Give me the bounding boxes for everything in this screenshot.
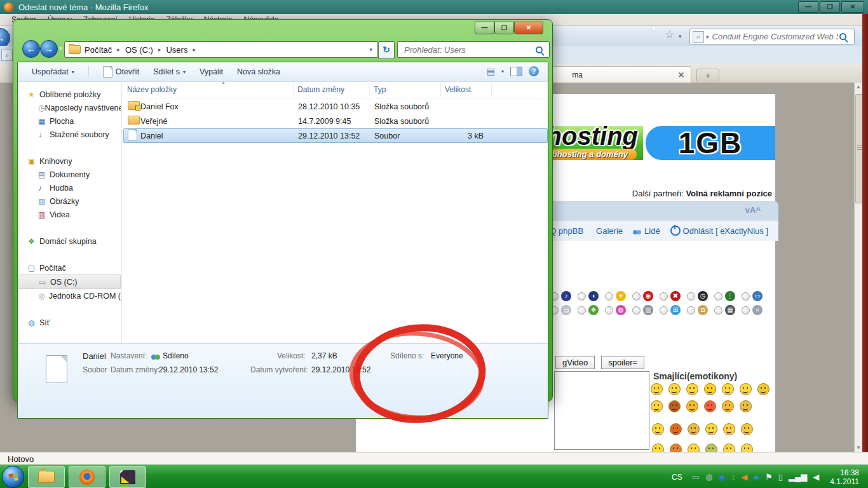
search-go-icon[interactable] bbox=[839, 33, 846, 40]
file-row[interactable]: Veřejné 14.7.2009 9:45 Složka souborů bbox=[123, 114, 548, 128]
gvideo-button[interactable]: gVideo bbox=[555, 356, 595, 369]
smiley-icon[interactable] bbox=[740, 383, 752, 395]
smiley-icon[interactable] bbox=[651, 383, 663, 395]
tray-icon[interactable]: ▭ bbox=[692, 472, 700, 482]
sidebar-item[interactable]: Počítač bbox=[18, 261, 121, 274]
sidebar-item[interactable]: Videa bbox=[18, 208, 121, 221]
file-row[interactable]: Daniel 29.12.2010 13:52 Soubor 3 kB bbox=[123, 128, 548, 143]
browser-search-box[interactable]: ⌕ ▾ bbox=[689, 29, 855, 44]
tray-icon[interactable]: ▯ bbox=[778, 472, 783, 482]
smiley-icon[interactable] bbox=[668, 400, 681, 412]
bookmark-dropdown-icon[interactable]: ▾ bbox=[679, 33, 682, 39]
search-icon[interactable] bbox=[536, 46, 543, 53]
scroll-down-icon[interactable]: ▼ bbox=[856, 445, 861, 451]
explorer-search-input[interactable] bbox=[403, 44, 536, 55]
start-button[interactable] bbox=[2, 466, 24, 488]
file-row[interactable]: Daniel Fox 28.12.2010 10:35 Složka soubo… bbox=[123, 99, 548, 114]
taskbar-media-button[interactable] bbox=[109, 466, 146, 488]
smiley-icon[interactable] bbox=[668, 383, 681, 395]
search-engine-dropdown-icon[interactable]: ▾ bbox=[706, 34, 709, 40]
address-dropdown-icon[interactable]: ▾ bbox=[369, 46, 372, 53]
explorer-forward-button[interactable]: → bbox=[40, 40, 58, 58]
sidebar-item[interactable]: Hudba bbox=[18, 181, 121, 194]
spoiler-button[interactable]: spoiler= bbox=[601, 356, 644, 369]
font-size-control[interactable]: vA^ bbox=[745, 205, 761, 215]
smiley-icon[interactable] bbox=[705, 423, 717, 435]
topic-icon-radio[interactable] bbox=[714, 292, 722, 301]
breadcrumb-item[interactable]: OS (C:) bbox=[125, 45, 166, 55]
firefox-minimize-button[interactable]: — bbox=[798, 1, 818, 13]
smiley-icon[interactable] bbox=[757, 383, 770, 395]
topic-icon-radio[interactable] bbox=[687, 306, 695, 315]
breadcrumb-item[interactable]: Users bbox=[166, 45, 200, 55]
topic-icon-radio[interactable] bbox=[660, 306, 668, 315]
smiley-icon[interactable] bbox=[741, 423, 753, 435]
sidebar-item[interactable]: Stažené soubory bbox=[18, 128, 121, 141]
sidebar-item[interactable]: Oblíbené položky bbox=[18, 88, 121, 101]
topic-icon-radio[interactable] bbox=[714, 306, 722, 315]
tray-icon[interactable]: ◈ bbox=[753, 472, 759, 482]
open-button[interactable]: Otevřít bbox=[103, 66, 140, 78]
smiley-icon[interactable] bbox=[686, 400, 698, 412]
taskbar-explorer-button[interactable] bbox=[28, 466, 65, 488]
help-icon[interactable]: ? bbox=[529, 66, 539, 76]
taskbar-firefox-button[interactable] bbox=[69, 466, 105, 488]
column-header-type[interactable]: Typ bbox=[370, 83, 441, 96]
smiley-icon[interactable] bbox=[704, 383, 716, 395]
topic-icon-radio[interactable] bbox=[605, 292, 613, 301]
scroll-up-icon[interactable]: ▲ bbox=[856, 84, 861, 90]
firefox-close-button[interactable]: ✕ bbox=[841, 1, 864, 13]
explorer-maximize-button[interactable]: ❐ bbox=[494, 22, 514, 34]
tray-icon[interactable]: ◀ bbox=[741, 472, 747, 482]
bookmark-star-icon[interactable]: ☆ bbox=[665, 30, 674, 40]
preview-pane-icon[interactable] bbox=[510, 67, 522, 76]
organize-button[interactable]: Uspořádat▾ bbox=[32, 67, 74, 76]
explorer-close-button[interactable]: ✕ bbox=[514, 22, 543, 34]
views-icon[interactable]: ▤ bbox=[487, 66, 495, 76]
views-dropdown-icon[interactable]: ▾ bbox=[501, 69, 504, 74]
address-bar[interactable]: PočítačOS (C:)Users ▾ bbox=[64, 41, 378, 58]
sidebar-item[interactable]: Knihovny bbox=[18, 154, 121, 168]
smiley-icon[interactable] bbox=[652, 423, 664, 435]
share-with-button[interactable]: Sdílet s▾ bbox=[153, 67, 186, 76]
topic-icon-radio[interactable] bbox=[632, 306, 641, 315]
smiley-icon[interactable] bbox=[651, 400, 663, 412]
sidebar-item[interactable]: Domácí skupina bbox=[18, 234, 121, 248]
column-header-name[interactable]: Název položky bbox=[123, 83, 294, 96]
firefox-restore-button[interactable]: ❐ bbox=[820, 1, 840, 13]
topic-icon-radio[interactable] bbox=[578, 292, 586, 301]
topic-icon-radio[interactable] bbox=[742, 306, 750, 315]
tab-close-icon[interactable]: ✕ bbox=[678, 71, 684, 79]
topic-icon-radio[interactable] bbox=[660, 292, 668, 301]
post-message-textarea[interactable] bbox=[554, 371, 649, 450]
smiley-icon[interactable] bbox=[722, 383, 734, 395]
column-header-date[interactable]: Datum změny bbox=[294, 83, 370, 96]
smiley-icon[interactable] bbox=[722, 400, 734, 412]
recent-pages-dropdown-icon[interactable]: ▾ bbox=[59, 45, 62, 51]
taskbar-clock[interactable]: 16:38 4.1.2011 bbox=[830, 468, 859, 486]
smiley-icon[interactable] bbox=[723, 423, 735, 435]
explorer-minimize-button[interactable]: — bbox=[475, 22, 494, 34]
sidebar-item[interactable]: Plocha bbox=[18, 114, 121, 128]
browser-tab[interactable]: ma ✕ bbox=[529, 66, 691, 83]
new-tab-button[interactable]: + bbox=[696, 69, 719, 83]
forum-link[interactable]: Lidé bbox=[633, 226, 660, 236]
topic-icon-radio[interactable] bbox=[632, 292, 641, 301]
breadcrumb-item[interactable]: Počítač bbox=[85, 45, 125, 55]
search-engine-icon[interactable]: ⌕ bbox=[693, 31, 704, 43]
burn-button[interactable]: Vypálit bbox=[200, 67, 223, 76]
refresh-button[interactable]: ↻ bbox=[378, 41, 395, 59]
partners-value[interactable]: Volná reklamní pozice bbox=[686, 189, 772, 198]
language-indicator[interactable]: CS bbox=[672, 473, 682, 482]
column-header-size[interactable]: Velikost bbox=[441, 83, 492, 96]
smiley-icon[interactable] bbox=[740, 400, 752, 412]
smiley-icon[interactable] bbox=[704, 400, 716, 412]
tray-icon[interactable]: ⚑ bbox=[765, 472, 773, 482]
explorer-search-box[interactable] bbox=[397, 41, 550, 58]
sidebar-item[interactable]: Obrázky bbox=[18, 194, 121, 208]
tray-icon[interactable]: ◍ bbox=[705, 472, 712, 482]
topic-icon-radio[interactable] bbox=[687, 292, 695, 301]
smiley-icon[interactable] bbox=[670, 423, 682, 435]
tray-icon[interactable]: ◉ bbox=[718, 472, 725, 482]
tray-icon[interactable]: ◀ bbox=[813, 472, 819, 482]
